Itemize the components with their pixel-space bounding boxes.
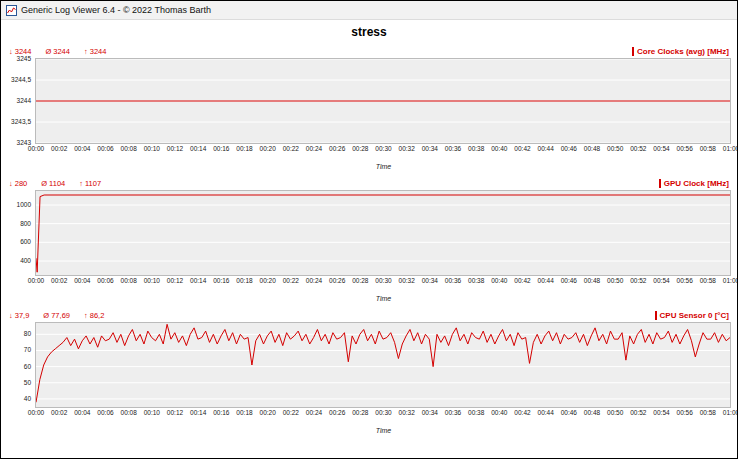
chart-title: CPU Sensor 0 [°C] xyxy=(655,311,729,320)
stat-min: ↓37,9 xyxy=(9,311,29,320)
stat-avg-value: 77,69 xyxy=(51,311,70,320)
x-tick-label: 00:06 xyxy=(97,146,113,153)
title-marker xyxy=(655,311,657,320)
plot-area[interactable] xyxy=(35,190,731,276)
x-tick-label: 00:58 xyxy=(700,146,716,153)
x-tick-label: 00:48 xyxy=(584,410,600,417)
max-arrow-icon: ↑ xyxy=(84,311,88,320)
y-axis-labels: 32453244,532443243,53243 xyxy=(7,58,35,144)
stat-max-value: 1107 xyxy=(85,179,101,188)
chart-canvas xyxy=(36,191,730,275)
x-tick-label: 00:34 xyxy=(422,410,438,417)
stat-max: ↑1107 xyxy=(79,179,101,188)
x-tick-label: 00:16 xyxy=(213,410,229,417)
x-tick-label: 00:20 xyxy=(260,410,276,417)
x-tick-label: 00:48 xyxy=(584,146,600,153)
min-arrow-icon: ↓ xyxy=(9,47,13,56)
x-tick-label: 00:16 xyxy=(213,278,229,285)
x-tick-label: 00:52 xyxy=(630,146,646,153)
x-tick-label: 00:22 xyxy=(283,410,299,417)
x-tick-label: 00:36 xyxy=(445,410,461,417)
chart-stats: ↓280 Ø1104 ↑1107 GPU Clock [MHz] xyxy=(7,176,731,190)
x-tick-label: 00:40 xyxy=(491,146,507,153)
x-tick-label: 00:58 xyxy=(700,278,716,285)
x-tick-label: 00:54 xyxy=(653,278,669,285)
chart-canvas xyxy=(36,59,730,143)
x-tick-label: 00:32 xyxy=(399,146,415,153)
x-tick-label: 00:12 xyxy=(167,146,183,153)
x-tick-label: 00:40 xyxy=(491,278,507,285)
x-tick-label: 00:52 xyxy=(630,278,646,285)
app-icon[interactable] xyxy=(6,5,17,16)
x-tick-label: 00:46 xyxy=(561,410,577,417)
stat-avg: Ø1104 xyxy=(41,179,65,188)
x-tick-label: 00:34 xyxy=(422,146,438,153)
x-tick-label: 00:42 xyxy=(514,410,530,417)
x-tick-label: 00:10 xyxy=(144,278,160,285)
x-tick-label: 00:42 xyxy=(514,278,530,285)
x-tick-label: 00:50 xyxy=(607,146,623,153)
chart-canvas xyxy=(36,323,730,407)
avg-icon: Ø xyxy=(43,311,49,320)
series-line xyxy=(36,324,730,402)
x-tick-label: 00:18 xyxy=(236,410,252,417)
stat-max: ↑3244 xyxy=(84,47,106,56)
x-tick-label: 00:30 xyxy=(375,410,391,417)
x-tick-label: 00:56 xyxy=(677,146,693,153)
x-tick-label: 01:00 xyxy=(723,410,738,417)
main-content: stress ↓3244 Ø3244 ↑3244 Core Clocks (av… xyxy=(1,20,737,429)
plot-area[interactable] xyxy=(35,58,731,144)
x-tick-label: 00:16 xyxy=(213,146,229,153)
stat-avg-value: 1104 xyxy=(49,179,65,188)
x-tick-label: 00:36 xyxy=(445,146,461,153)
x-tick-label: 00:24 xyxy=(306,278,322,285)
chart-core-clocks: ↓3244 Ø3244 ↑3244 Core Clocks (avg) [MHz… xyxy=(7,44,731,165)
y-tick-label: 3244 xyxy=(17,98,31,105)
x-axis-title: Time xyxy=(376,427,392,434)
x-tick-label: 00:28 xyxy=(352,410,368,417)
x-tick-label: 00:14 xyxy=(190,146,206,153)
y-tick-label: 60 xyxy=(24,363,31,370)
x-tick-label: 00:20 xyxy=(260,278,276,285)
avg-icon: Ø xyxy=(45,47,51,56)
x-tick-label: 00:44 xyxy=(538,278,554,285)
x-tick-label: 00:24 xyxy=(306,410,322,417)
x-tick-label: 01:00 xyxy=(723,146,738,153)
x-tick-label: 00:12 xyxy=(167,278,183,285)
x-tick-label: 00:54 xyxy=(653,146,669,153)
x-tick-label: 00:48 xyxy=(584,278,600,285)
x-tick-label: 00:22 xyxy=(283,146,299,153)
chart-title: Core Clocks (avg) [MHz] xyxy=(632,47,729,56)
x-tick-label: 00:24 xyxy=(306,146,322,153)
x-axis-title: Time xyxy=(376,163,392,170)
y-tick-label: 400 xyxy=(20,258,31,265)
x-tick-label: 00:56 xyxy=(677,278,693,285)
y-tick-label: 600 xyxy=(20,239,31,246)
chart-title-text: CPU Sensor 0 [°C] xyxy=(660,311,729,320)
x-tick-label: 00:38 xyxy=(468,278,484,285)
app-title: Generic Log Viewer 6.4 - © 2022 Thomas B… xyxy=(21,5,211,15)
x-tick-label: 00:06 xyxy=(97,278,113,285)
x-tick-label: 00:42 xyxy=(514,146,530,153)
title-bar: Generic Log Viewer 6.4 - © 2022 Thomas B… xyxy=(1,1,737,20)
x-tick-label: 00:22 xyxy=(283,278,299,285)
y-tick-label: 70 xyxy=(24,347,31,354)
min-arrow-icon: ↓ xyxy=(9,311,13,320)
plot-area[interactable] xyxy=(35,322,731,408)
x-axis-labels: 00:0000:0200:0400:0600:0800:1000:1200:14… xyxy=(36,410,731,418)
x-tick-label: 00:02 xyxy=(51,278,67,285)
x-tick-label: 00:14 xyxy=(190,278,206,285)
x-tick-label: 00:20 xyxy=(260,146,276,153)
x-tick-label: 00:08 xyxy=(121,278,137,285)
x-tick-label: 00:06 xyxy=(97,410,113,417)
x-tick-label: 01:00 xyxy=(723,278,738,285)
x-tick-label: 00:02 xyxy=(51,410,67,417)
stat-max-value: 3244 xyxy=(90,47,107,56)
x-tick-label: 00:18 xyxy=(236,278,252,285)
chart-title: GPU Clock [MHz] xyxy=(659,179,729,188)
x-tick-label: 00:10 xyxy=(144,146,160,153)
chart-title-text: GPU Clock [MHz] xyxy=(664,179,729,188)
x-tick-label: 00:36 xyxy=(445,278,461,285)
y-tick-label: 80 xyxy=(24,331,31,338)
x-tick-label: 00:32 xyxy=(399,278,415,285)
